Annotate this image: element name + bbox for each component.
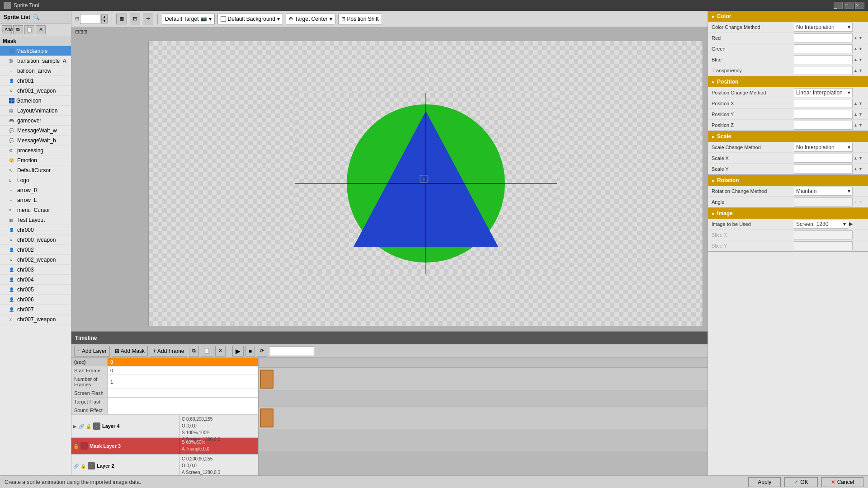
blue-spin-down[interactable]: ▼ — [859, 57, 863, 62]
loop-button[interactable]: ⟳ — [257, 346, 267, 357]
ok-button[interactable]: ✓ OK — [784, 477, 817, 487]
sidebar-item-chr007-weapon[interactable]: ⚔ chr007_weapon — [0, 314, 71, 324]
start-frame-value[interactable]: 0 — [108, 366, 258, 375]
delete-button[interactable]: ✕ — [36, 25, 46, 34]
dots-icon-layer4[interactable]: ⋮ — [93, 422, 100, 430]
pos-change-method-dropdown[interactable]: Linear Interpolation ▾ — [794, 88, 853, 97]
add-button[interactable]: + Add — [2, 25, 12, 34]
green-input[interactable]: 60 — [794, 44, 853, 53]
grid-btn-1[interactable]: ▦ — [116, 14, 127, 24]
sidebar-item-chr002[interactable]: 👤 chr002 — [0, 245, 71, 255]
posx-spin-up[interactable]: ▲ — [854, 101, 858, 106]
time-input[interactable]: 0:00:00:000 — [269, 346, 314, 356]
screen-flash-value[interactable] — [108, 389, 258, 397]
zoom-down-button[interactable]: ▼ — [101, 19, 108, 23]
minimize-button[interactable]: _ — [834, 2, 843, 9]
dots-icon-layer2[interactable]: ⋮ — [88, 462, 95, 469]
scale-header[interactable]: ● Scale — [708, 131, 868, 142]
add-layer-button[interactable]: + Add Layer — [74, 346, 110, 357]
apply-button[interactable]: Apply — [748, 477, 781, 487]
cancel-button[interactable]: ✕ Cancel — [821, 477, 863, 487]
sidebar-item-chr003[interactable]: 👤 chr003 — [0, 265, 71, 275]
scalex-spin-up[interactable]: ▲ — [854, 156, 858, 160]
sidebar-item-masksample[interactable]: MaskSample — [0, 46, 71, 56]
green-spin-down[interactable]: ▼ — [859, 47, 863, 51]
sidebar-item-chr001-weapon[interactable]: ⚔ chr001_weapon — [0, 86, 71, 96]
transparency-spin-down[interactable]: ▼ — [859, 68, 863, 73]
scale-change-method-dropdown[interactable]: No Interpolation ▾ — [794, 143, 853, 152]
posx-input[interactable]: 0 — [794, 99, 853, 108]
canvas-area[interactable]: ⊹ — [148, 41, 703, 326]
grid-btn-3[interactable]: ✛ — [143, 14, 153, 24]
maximize-button[interactable]: □ — [844, 2, 854, 9]
sidebar-item-chr000-weapon[interactable]: ⚔ chr000_weapon — [0, 235, 71, 245]
layer2-frame-block[interactable] — [260, 408, 274, 427]
play-button[interactable]: ▶ — [232, 346, 244, 357]
scaley-input[interactable]: 100 — [794, 164, 853, 174]
sidebar-item-messagewait-b[interactable]: 💬 MessageWait_b — [0, 136, 71, 145]
scalex-spin-down[interactable]: ▼ — [859, 156, 863, 160]
delete-frame-button[interactable]: ✕ — [215, 346, 226, 357]
sidebar-item-testlayout[interactable]: ▦ Test Layout — [0, 215, 71, 225]
sidebar-item-messagewait-w[interactable]: 💬 MessageWait_w — [0, 126, 71, 136]
stop-button[interactable]: ■ — [245, 346, 255, 357]
sidebar-item-logo[interactable]: L Logo — [0, 175, 71, 185]
default-background-dropdown[interactable]: Default Background ▾ — [217, 14, 283, 24]
blue-input[interactable]: 200 — [794, 55, 853, 64]
sidebar-item-chr002-weapon[interactable]: ⚔ chr002_weapon — [0, 255, 71, 265]
posy-spin-up[interactable]: ▲ — [854, 112, 858, 117]
posx-spin-down[interactable]: ▼ — [859, 101, 863, 106]
image-browse-button[interactable]: ▶ — [849, 221, 853, 227]
posz-spin-up[interactable]: ▲ — [854, 123, 858, 127]
color-header[interactable]: ● Color — [708, 11, 868, 22]
scaley-spin-up[interactable]: ▲ — [854, 167, 858, 171]
sound-effect-value[interactable] — [108, 406, 258, 414]
rot-change-method-dropdown[interactable]: Maintain ▾ — [794, 187, 853, 196]
sidebar-item-arrow-r[interactable]: → arrow_R — [0, 185, 71, 195]
search-icon[interactable]: 🔍 — [33, 14, 40, 20]
sidebar-item-processing[interactable]: ⚙ processing — [0, 145, 71, 155]
position-header[interactable]: ● Position — [708, 76, 868, 87]
posz-input[interactable]: 0 — [794, 121, 853, 130]
sidebar-item-chr000[interactable]: 👤 chr000 — [0, 225, 71, 235]
sidebar-item-balloon[interactable]: → balloon_arrow — [0, 66, 71, 76]
sidebar-item-chr004[interactable]: 👤 chr004 — [0, 275, 71, 285]
sidebar-item-chr006[interactable]: 👤 chr006 — [0, 295, 71, 305]
sidebar-item-layoutanim[interactable]: ▤ LayoutAnimation — [0, 106, 71, 116]
add-frame-button[interactable]: + Add Frame — [150, 346, 187, 357]
dots-icon-mask3[interactable]: ⋮ — [80, 442, 88, 450]
image-header[interactable]: ● Image — [708, 208, 868, 219]
paste-button[interactable]: 📋 — [24, 25, 34, 34]
scalex-input[interactable]: 100 — [794, 154, 853, 163]
rotation-header[interactable]: ● Rotation — [708, 175, 868, 186]
sidebar-item-defaultcursor[interactable]: ↖ DefaultCursor — [0, 165, 71, 175]
sidebar-item-chr001[interactable]: 👤 chr001 — [0, 76, 71, 86]
sidebar-item-menucursor[interactable]: ≡ menu_Cursor — [0, 205, 71, 215]
target-flash-value[interactable] — [108, 398, 258, 406]
green-spin-up[interactable]: ▲ — [854, 47, 858, 51]
position-shift-dropdown[interactable]: ⊡ Position Shift — [338, 14, 382, 24]
grid-btn-2[interactable]: ⊞ — [130, 14, 140, 24]
sidebar-item-chr005[interactable]: 👤 chr005 — [0, 285, 71, 295]
sidebar-item-gameicon[interactable]: GameIcon — [0, 96, 71, 106]
add-mask-button[interactable]: ⊞ Add Mask — [112, 346, 148, 357]
layer4-arrow[interactable]: ▶ — [73, 424, 77, 429]
blue-spin-up[interactable]: ▲ — [854, 57, 858, 62]
copy-frames-button[interactable]: ⧉ — [189, 346, 199, 357]
copy-button[interactable]: ⧉ — [13, 25, 23, 34]
paste-frames-button[interactable]: 📋 — [201, 346, 213, 357]
close-button[interactable]: × — [855, 2, 864, 9]
sidebar-item-chr007[interactable]: 👤 chr007 — [0, 305, 71, 314]
transparency-input[interactable]: 255 — [794, 66, 853, 75]
transparency-spin-up[interactable]: ▲ — [854, 68, 858, 73]
posy-spin-down[interactable]: ▼ — [859, 112, 863, 117]
default-target-dropdown[interactable]: Default Target 📷 ▾ — [162, 14, 215, 24]
sidebar-item-gameover[interactable]: 🎮 gameover — [0, 116, 71, 126]
posz-spin-down[interactable]: ▼ — [859, 123, 863, 127]
zoom-up-button[interactable]: ▲ — [101, 14, 108, 19]
red-input[interactable]: 0 — [794, 33, 853, 42]
scaley-spin-down[interactable]: ▼ — [859, 167, 863, 171]
sidebar-item-emotion[interactable]: 😊 Emotion — [0, 155, 71, 165]
target-center-dropdown[interactable]: ⊕ Target Center ▾ — [286, 14, 335, 24]
sidebar-item-arrow-l[interactable]: ← arrow_L — [0, 195, 71, 205]
